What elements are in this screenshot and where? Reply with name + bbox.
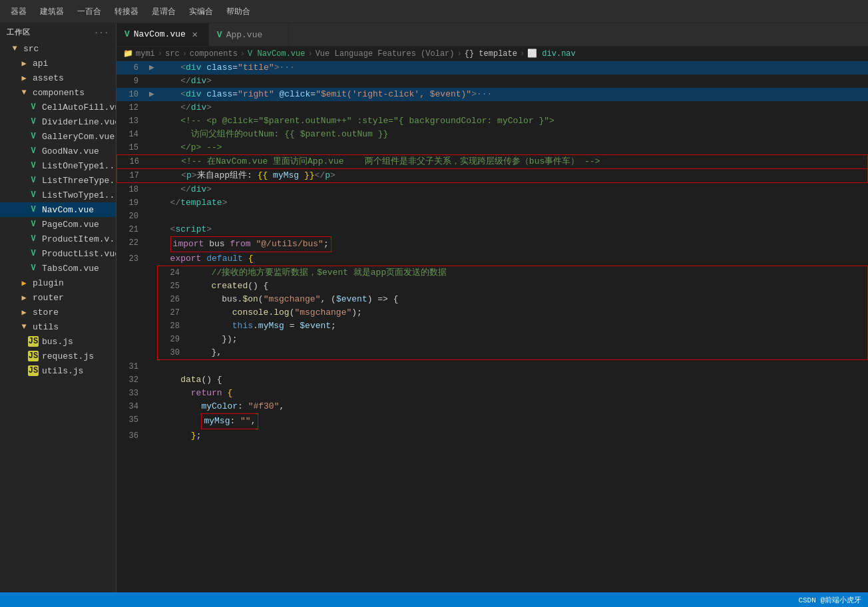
vue-icon: V	[28, 204, 39, 215]
sidebar-item-components[interactable]: ▼ components	[0, 85, 116, 100]
menu-transfer[interactable]: 转接器	[109, 5, 144, 19]
js-icon: JS	[28, 365, 39, 376]
folder-icon: ▶	[19, 292, 29, 303]
sidebar-item-pagecom[interactable]: V PageCom.vue	[0, 217, 116, 232]
breadcrumb-navcom[interactable]: V NavCom.vue	[248, 49, 305, 59]
sidebar-item-goodnav[interactable]: V GoodNav.vue	[0, 144, 116, 158]
code-line-24: 24 //接收的地方要监听数据，$event 就是app页面发送的数据	[158, 266, 867, 280]
folder-icon: ▶	[19, 58, 29, 69]
code-line-6: 6 ▶ <div class="title">···	[116, 61, 868, 75]
menu-help[interactable]: 帮助合	[221, 5, 256, 19]
sidebar-item-listthreetype[interactable]: V ListThreeType...	[0, 173, 116, 188]
close-tab-button[interactable]: ✕	[190, 29, 200, 40]
sidebar-more-icon[interactable]: ···	[94, 29, 109, 37]
vue-icon: V	[28, 248, 39, 259]
vue-icon: V	[28, 263, 39, 274]
sidebar-item-listonetype[interactable]: V ListOneType1...	[0, 158, 116, 173]
breadcrumb-src[interactable]: src	[165, 49, 180, 59]
tab-appvue[interactable]: V App.vue	[209, 23, 289, 46]
sidebar-item-api[interactable]: ▶ api	[0, 56, 116, 71]
folder-icon: ▶	[19, 278, 29, 288]
code-line-25: 25 created() {	[158, 280, 867, 293]
code-line-19: 19 </template>	[116, 196, 868, 210]
sidebar-item-plugin[interactable]: ▶ plugin	[0, 276, 116, 290]
sidebar-item-label: utils	[33, 322, 59, 332]
code-editor[interactable]: 6 ▶ <div class="title">··· 9 </div> 10 ▶…	[116, 61, 868, 592]
sidebar-header: 工作区 ···	[0, 23, 116, 41]
vue-icon: V	[28, 116, 39, 127]
code-line-29: 29 });	[158, 333, 867, 346]
code-line-9: 9 </div>	[116, 75, 868, 88]
code-line-10: 10 ▶ <div class="right" @click="$emit('r…	[116, 88, 868, 101]
vue-icon: V	[28, 131, 39, 142]
status-right: CSDN @前端小虎牙	[798, 595, 861, 605]
vue-icon: V	[124, 29, 130, 39]
breadcrumb-mymi[interactable]: mymi	[136, 49, 155, 59]
menu-edit[interactable]: 实编合	[184, 5, 218, 19]
sidebar-item-label: DividerLine.vue	[42, 117, 116, 127]
folder-icon: ▼	[9, 43, 20, 54]
tab-navcom[interactable]: V NavCom.vue ✕	[116, 23, 209, 46]
sidebar-item-gallery[interactable]: V GalleryCom.vue	[0, 129, 116, 144]
sidebar: 工作区 ··· ▼ src ▶ api ▶ assets ▼ component…	[0, 23, 116, 592]
folder-icon: ▼	[19, 321, 29, 332]
sidebar-item-utils[interactable]: ▼ utils	[0, 319, 116, 334]
sidebar-item-utilsjs[interactable]: JS utils.js	[0, 363, 116, 378]
breadcrumb-volar[interactable]: Vue Language Features (Volar)	[316, 49, 455, 59]
created-block: 24 //接收的地方要监听数据，$event 就是app页面发送的数据 25 c…	[157, 266, 868, 360]
code-line-30: 30 },	[158, 346, 867, 359]
sidebar-item-label: store	[33, 307, 59, 317]
menu-hundred[interactable]: 一百合	[72, 5, 107, 19]
menu-device[interactable]: 器器	[5, 5, 32, 19]
vue-icon: V	[217, 30, 222, 40]
menu-run[interactable]: 是谓合	[146, 5, 181, 19]
sidebar-item-requestjs[interactable]: JS request.js	[0, 349, 116, 363]
sidebar-item-label: GalleryCom.vue	[42, 132, 114, 142]
js-icon: JS	[28, 336, 39, 347]
sidebar-item-label: api	[33, 59, 48, 69]
sidebar-item-router[interactable]: ▶ router	[0, 290, 116, 305]
breadcrumb-divnav[interactable]: ⬜ div.nav	[527, 49, 576, 59]
code-line-18: 18 </div>	[116, 183, 868, 196]
vue-icon: V	[28, 219, 39, 230]
code-line-28: 28 this.myMsg = $event;	[158, 319, 867, 333]
sidebar-item-label: ProductItem.v...	[42, 234, 116, 244]
sidebar-item-cellauto[interactable]: V CellAutoFill.vue	[0, 100, 116, 114]
sidebar-item-tabscom[interactable]: V TabsCom.vue	[0, 261, 116, 276]
menu-build[interactable]: 建筑器	[35, 5, 69, 19]
sidebar-item-navcom[interactable]: V NavCom.vue	[0, 202, 116, 217]
sidebar-item-label: ProductList.vue	[42, 249, 116, 259]
code-line-20: 20	[116, 210, 868, 223]
code-line-15: 15 </p> -->	[116, 141, 868, 154]
folder-icon: ▼	[19, 87, 29, 98]
code-line-31: 31	[116, 360, 868, 373]
sidebar-item-label: bus.js	[42, 337, 73, 347]
sidebar-item-productitem[interactable]: V ProductItem.v...	[0, 232, 116, 246]
sidebar-item-src[interactable]: ▼ src	[0, 41, 116, 56]
sidebar-item-assets[interactable]: ▶ assets	[0, 71, 116, 85]
code-line-32: 32 data() {	[116, 373, 868, 387]
breadcrumb-components[interactable]: components	[190, 49, 238, 59]
sidebar-item-label: ListTwoType1...	[42, 190, 116, 200]
sidebar-item-listtwotype[interactable]: V ListTwoType1...	[0, 188, 116, 202]
sidebar-item-busjs[interactable]: JS bus.js	[0, 334, 116, 349]
vue-icon: V	[28, 146, 39, 156]
code-line-14: 14 访问父组件的outNum: {{ $parent.outNum }}	[116, 128, 868, 141]
tab-label: NavCom.vue	[134, 29, 186, 39]
code-line-27: 27 console.log("msgchange");	[158, 306, 867, 319]
sidebar-item-productlist[interactable]: V ProductList.vue	[0, 246, 116, 261]
breadcrumb-template[interactable]: {} template	[465, 49, 517, 59]
sidebar-item-store[interactable]: ▶ store	[0, 305, 116, 319]
code-line-35: 35 myMsg: "",	[116, 413, 868, 429]
sidebar-item-label: assets	[33, 73, 64, 83]
editor-area: V NavCom.vue ✕ V App.vue 📁 mymi › src › …	[116, 23, 868, 592]
code-line-26: 26 bus.$on("msgchange", ($event) => {	[158, 293, 867, 306]
code-line-17: 17 <p>来自app组件: {{ myMsg }}</p>	[116, 169, 868, 183]
sidebar-item-label: components	[33, 88, 85, 98]
status-bar: CSDN @前端小虎牙	[0, 592, 868, 607]
code-line-13: 13 <!-- <p @click="$parent.outNum++" :st…	[116, 114, 868, 128]
sidebar-item-label: router	[33, 293, 64, 303]
main-layout: 工作区 ··· ▼ src ▶ api ▶ assets ▼ component…	[0, 23, 868, 592]
code-line-16: 16 <!-- 在NavCom.vue 里面访问App.vue 两个组件是非父子…	[116, 154, 868, 169]
sidebar-item-divider[interactable]: V DividerLine.vue	[0, 114, 116, 129]
